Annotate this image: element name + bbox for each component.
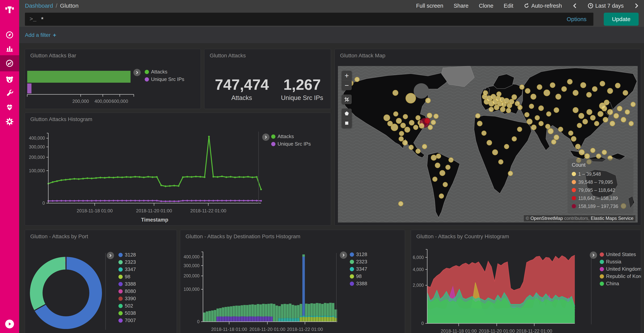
attack-bubble[interactable] (436, 154, 441, 158)
sidebar-item-honeypot[interactable] (0, 73, 19, 86)
legend-item-3390[interactable]: 3390 (118, 295, 136, 301)
sidebar-expand-button[interactable] (5, 319, 14, 328)
attack-bubble[interactable] (422, 144, 427, 149)
sidebar-item-management[interactable] (0, 115, 19, 129)
attack-bubble[interactable] (508, 171, 513, 176)
rectangle-draw-button[interactable] (342, 118, 352, 128)
attack-bubble[interactable] (548, 129, 553, 134)
add-filter-button[interactable]: Add a filter + (25, 32, 56, 38)
dest-plot-svg[interactable]: 0100,000200,000300,000400,0002018-11-18 … (180, 230, 405, 333)
attack-bubble[interactable] (477, 121, 482, 126)
attack-bubble[interactable] (431, 120, 436, 125)
attack-bubble[interactable] (409, 120, 414, 125)
t-mobile-logo[interactable] (0, 4, 19, 15)
attack-bubble[interactable] (592, 87, 597, 92)
attack-bubble[interactable] (414, 125, 418, 130)
legend-expand-button[interactable] (134, 69, 141, 76)
attack-bubble[interactable] (489, 107, 494, 112)
attack-bubble[interactable] (558, 127, 563, 132)
legend-item-republic-of-korea[interactable]: Republic of Korea (600, 273, 641, 279)
attack-bubble[interactable] (579, 150, 584, 155)
attack-bubble[interactable] (531, 94, 536, 99)
attack-bubble[interactable] (602, 150, 606, 155)
zoom-out-button[interactable]: − (342, 80, 352, 90)
update-button[interactable]: Update (604, 13, 639, 26)
attack-bubble[interactable] (492, 150, 498, 155)
legend-item-3128[interactable]: 3128 (118, 252, 136, 258)
attack-bubble[interactable] (482, 131, 486, 135)
attack-bubble[interactable] (614, 113, 619, 118)
attack-bubble[interactable] (416, 116, 420, 120)
attack-bubble[interactable] (577, 123, 582, 128)
attack-bubble[interactable] (509, 99, 514, 104)
attack-bubble[interactable] (504, 144, 509, 149)
menu-item-edit[interactable]: Edit (504, 3, 513, 9)
attack-bubble[interactable] (394, 112, 398, 116)
time-forward-button[interactable] (634, 3, 639, 9)
attack-bubble[interactable] (416, 149, 420, 153)
legend-expand-button[interactable] (340, 251, 347, 259)
attack-bubble[interactable] (398, 201, 403, 206)
attack-bubble[interactable] (529, 104, 534, 109)
attack-bubble[interactable] (621, 117, 626, 122)
attack-bubble[interactable] (449, 158, 453, 162)
attack-bubble[interactable] (538, 106, 544, 111)
legend-item-unique-src-ips[interactable]: Unique Src IPs (271, 141, 311, 147)
attack-bubble[interactable] (567, 79, 572, 84)
attack-bubble[interactable] (598, 111, 603, 117)
sidebar-item-devtools[interactable] (0, 86, 19, 100)
attack-bubble[interactable] (537, 85, 542, 90)
attack-bubble[interactable] (625, 110, 630, 114)
attack-bubble[interactable] (426, 98, 430, 103)
attack-bubble[interactable] (590, 148, 595, 153)
attack-bubble[interactable] (596, 154, 601, 158)
attack-bubble[interactable] (579, 113, 584, 119)
sidebar-item-dashboard[interactable] (0, 55, 19, 71)
world-map[interactable]: + − (338, 66, 638, 222)
attack-bubble[interactable] (590, 115, 595, 120)
attack-bubble[interactable] (527, 119, 532, 124)
query-options-link[interactable]: Options (567, 16, 586, 23)
attack-bubble[interactable] (494, 105, 499, 110)
attack-bubble[interactable] (402, 140, 408, 145)
attack-bubble[interactable] (587, 109, 592, 115)
attack-bubble[interactable] (419, 123, 424, 128)
attack-bubble[interactable] (517, 127, 522, 132)
attack-bubble[interactable] (552, 140, 556, 144)
attack-bubble[interactable] (544, 90, 550, 96)
time-range-picker[interactable]: Last 7 days (588, 3, 624, 9)
legend-item-attacks[interactable]: Attacks (145, 69, 167, 75)
attack-bubble[interactable] (491, 94, 496, 99)
attack-bubble[interactable] (404, 127, 410, 132)
legend-item-3347[interactable]: 3347 (350, 266, 367, 272)
zoom-in-button[interactable]: + (342, 71, 352, 80)
legend-item-unique-src-ips[interactable]: Unique Src IPs (145, 76, 184, 82)
attack-bubble[interactable] (431, 155, 436, 160)
attack-bubble[interactable] (571, 136, 576, 141)
legend-expand-button[interactable] (590, 251, 597, 259)
attack-bubble[interactable] (424, 118, 430, 124)
attack-bubble[interactable] (435, 163, 440, 168)
attack-bubble[interactable] (487, 140, 492, 145)
attack-bubble[interactable] (546, 124, 550, 129)
legend-item-2323[interactable]: 2323 (350, 259, 367, 265)
legend-item-russia[interactable]: Russia (600, 259, 621, 265)
attack-bubble[interactable] (500, 107, 505, 112)
legend-expand-button[interactable] (107, 252, 114, 259)
attack-bubble[interactable] (603, 117, 608, 122)
attack-bubble[interactable] (608, 88, 613, 94)
menu-item-full-screen[interactable]: Full screen (416, 3, 443, 9)
polygon-draw-button[interactable] (342, 109, 352, 118)
legend-item-attacks[interactable]: Attacks (271, 134, 294, 139)
attack-bubble[interactable] (580, 83, 586, 88)
attack-bubble[interactable] (393, 90, 398, 96)
osm-link[interactable]: OpenStreetMap (530, 216, 563, 221)
crop-icon[interactable] (342, 95, 352, 104)
legend-item-china[interactable]: China (600, 281, 619, 286)
attack-bubble[interactable] (512, 137, 516, 141)
attack-bubble[interactable] (610, 121, 615, 126)
attack-bubble[interactable] (617, 106, 622, 111)
legend-item-3128[interactable]: 3128 (350, 251, 367, 257)
attack-bubble[interactable] (573, 107, 578, 113)
attack-bubble[interactable] (403, 114, 408, 119)
